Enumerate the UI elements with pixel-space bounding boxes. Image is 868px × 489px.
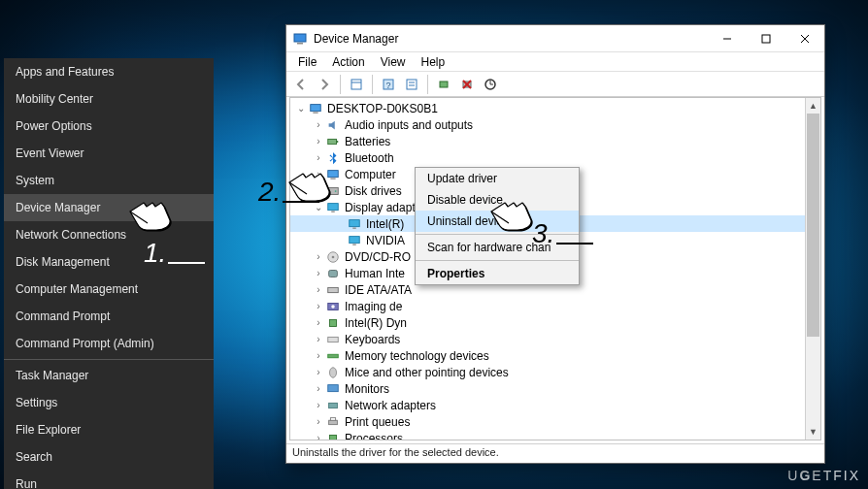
winx-item-apps-and-features[interactable]: Apps and Features: [4, 58, 214, 85]
tree-node[interactable]: ›Imaging de: [290, 298, 805, 314]
winx-item-label: File Explorer: [16, 423, 81, 437]
toolbar-scan-button[interactable]: [480, 74, 501, 95]
winx-item-search[interactable]: Search: [4, 443, 214, 471]
tree-node[interactable]: ›Monitors: [290, 380, 805, 397]
winx-item-command-prompt-admin-[interactable]: Command Prompt (Admin): [4, 330, 214, 357]
ctx-properties[interactable]: Properties: [416, 263, 579, 284]
winx-item-label: Settings: [16, 396, 57, 409]
tree-node[interactable]: ›Memory technology devices: [290, 347, 805, 364]
scroll-down-button[interactable]: ▼: [806, 424, 820, 440]
menu-view[interactable]: View: [373, 54, 414, 70]
ctx-disable-device[interactable]: Disable device: [416, 189, 579, 211]
winx-separator: [4, 359, 214, 360]
tree-node[interactable]: ›Print queues: [290, 413, 805, 430]
winx-item-task-manager[interactable]: Task Manager: [4, 362, 214, 389]
minimize-button[interactable]: [708, 25, 747, 52]
ctx-update-driver[interactable]: Update driver: [416, 168, 579, 189]
winx-item-label: Mobility Center: [16, 92, 93, 106]
expand-icon: ›: [312, 119, 325, 130]
tree-node-label: Disk drives: [345, 184, 402, 198]
svg-rect-39: [328, 337, 339, 342]
tree-node-label: IDE ATA/ATA: [345, 283, 412, 297]
tree-node[interactable]: ›Network adapters: [290, 397, 805, 413]
tree-node[interactable]: ›Mice and other pointing devices: [290, 364, 805, 380]
expand-icon: ›: [312, 334, 325, 344]
tree-node-label: DVD/CD-RO: [345, 250, 411, 264]
annotation-step2: 2.: [258, 177, 319, 208]
svg-point-25: [335, 190, 337, 192]
display-icon: [347, 233, 362, 248]
svg-rect-10: [407, 80, 417, 89]
winx-item-label: Command Prompt: [16, 310, 110, 323]
toolbar-help-button[interactable]: ?: [378, 74, 399, 95]
winx-item-label: Device Manager: [16, 201, 100, 214]
winx-item-label: Computer Management: [16, 282, 138, 296]
imaging-icon: [325, 299, 341, 314]
maximize-button[interactable]: [747, 25, 785, 52]
toolbar-properties-button[interactable]: [401, 74, 422, 95]
svg-rect-27: [331, 211, 335, 212]
svg-rect-6: [351, 80, 361, 89]
toolbar-update-button[interactable]: [433, 74, 454, 95]
scrollbar[interactable]: ▲ ▼: [805, 98, 820, 440]
scroll-up-button[interactable]: ▲: [806, 98, 820, 114]
print-icon: [325, 414, 341, 430]
winx-item-system[interactable]: System: [4, 167, 214, 194]
svg-rect-30: [350, 236, 360, 243]
menu-action[interactable]: Action: [324, 54, 372, 70]
svg-rect-40: [328, 354, 339, 358]
tree-node[interactable]: ›Audio inputs and outputs: [290, 116, 805, 133]
winx-item-label: Task Manager: [16, 369, 88, 382]
svg-rect-45: [330, 417, 335, 420]
svg-rect-34: [329, 270, 338, 277]
expand-icon: ›: [312, 383, 325, 394]
scroll-thumb[interactable]: [807, 114, 819, 337]
winx-item-label: Network Connections: [16, 228, 126, 242]
keyboard-icon: [325, 332, 341, 347]
svg-rect-28: [350, 219, 360, 226]
svg-rect-3: [762, 35, 770, 43]
winx-item-run[interactable]: Run: [4, 471, 214, 489]
toolbar-show-button[interactable]: [346, 74, 367, 95]
toolbar-forward-button[interactable]: [314, 74, 335, 95]
audio-icon: [325, 117, 341, 133]
winx-item-event-viewer[interactable]: Event Viewer: [4, 140, 214, 167]
expand-icon: ›: [312, 284, 325, 295]
toolbar-back-button[interactable]: [290, 74, 312, 95]
winx-item-label: Run: [16, 477, 37, 489]
winx-item-mobility-center[interactable]: Mobility Center: [4, 85, 214, 113]
winx-item-settings[interactable]: Settings: [4, 389, 214, 416]
tree-node[interactable]: ›Batteries: [290, 133, 805, 149]
tree-node-label: NVIDIA: [366, 234, 405, 247]
svg-rect-44: [329, 420, 338, 424]
winx-item-computer-management[interactable]: Computer Management: [4, 276, 214, 303]
tree-node-label: Memory technology devices: [345, 349, 489, 363]
winx-item-file-explorer[interactable]: File Explorer: [4, 416, 214, 443]
svg-text:?: ?: [385, 81, 390, 90]
winx-item-command-prompt[interactable]: Command Prompt: [4, 303, 214, 330]
winx-item-device-manager[interactable]: Device Manager: [4, 194, 214, 221]
menu-help[interactable]: Help: [414, 54, 453, 70]
tree-node[interactable]: ›Keyboards: [290, 331, 805, 347]
winx-item-label: Event Viewer: [16, 147, 83, 160]
tree-node-label: Audio inputs and outputs: [345, 118, 473, 132]
svg-rect-43: [329, 403, 338, 408]
cpu-icon: [325, 431, 341, 440]
tree-node[interactable]: ›Bluetooth: [290, 149, 805, 166]
computer-icon: [325, 167, 341, 182]
tree-node[interactable]: ›Processors: [290, 430, 805, 440]
tree-node-label: Intel(R): [366, 217, 404, 231]
winx-item-label: Power Options: [16, 119, 92, 133]
menu-file[interactable]: File: [290, 54, 324, 70]
expand-icon: ›: [312, 433, 325, 440]
watermark: UGETFIX: [787, 468, 860, 483]
tree-node[interactable]: ⌄DESKTOP-D0KS0B1: [290, 100, 805, 116]
collapse-icon: ⌄: [294, 103, 308, 114]
toolbar-uninstall-button[interactable]: [456, 74, 478, 95]
ctx-separator: [416, 260, 579, 261]
svg-rect-1: [297, 43, 303, 45]
tree-node[interactable]: ›Intel(R) Dyn: [290, 314, 805, 331]
close-button[interactable]: [785, 25, 824, 52]
winx-item-power-options[interactable]: Power Options: [4, 113, 214, 140]
titlebar[interactable]: Device Manager: [286, 25, 824, 52]
